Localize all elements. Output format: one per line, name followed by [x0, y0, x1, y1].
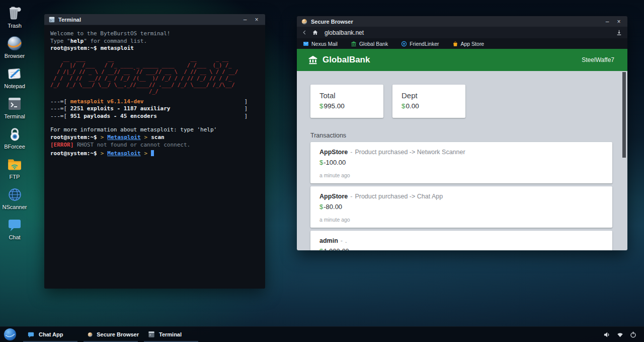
terminal-window-title: Terminal — [58, 17, 237, 23]
bookmark-nexus-mail[interactable]: Nexus Mail — [303, 41, 338, 47]
terminal-help-hint-line: Type "help" for command list. — [50, 38, 259, 45]
desktop-icon-notepad[interactable]: Notepad — [2, 64, 27, 95]
dept-card: Dept $0.00 — [392, 85, 465, 118]
total-label: Total — [319, 91, 374, 100]
desktop-icon-column: Trash Browser Notepad — [2, 4, 27, 246]
bookmark-global-bank[interactable]: Global Bank — [351, 41, 388, 47]
metasploit-stats-line-1: ---=[ 2251 exploits - 1187 auxiliary] — [50, 105, 248, 113]
bookmark-label: App Store — [461, 41, 485, 47]
home-button[interactable] — [312, 29, 318, 36]
desktop-icon-bforcee[interactable]: BForcee — [2, 125, 27, 155]
bookmark-app-store[interactable]: App Store — [452, 41, 485, 47]
terminal-titlebar[interactable]: Terminal – × — [44, 14, 265, 25]
browser-close-button[interactable]: × — [615, 19, 623, 25]
desktop-icon-label: NScanner — [3, 204, 27, 210]
terminal-cursor — [151, 150, 154, 156]
address-bar[interactable]: globalbank.net — [325, 29, 611, 36]
wifi-icon[interactable] — [616, 331, 624, 338]
terminal-app-icon — [7, 95, 23, 113]
transaction-amount: $-100.00 — [319, 159, 603, 166]
bookmark-label: FriendLinker — [410, 41, 439, 47]
desktop-icon-ftp[interactable]: FTP — [2, 155, 27, 185]
bank-name: GlobalBank — [323, 55, 577, 65]
terminal-app-icon — [148, 331, 155, 338]
terminal-titlebar-icon — [49, 17, 55, 23]
terminal-minimize-button[interactable]: – — [241, 17, 249, 23]
terminal-info-line: For more information about metasploit: t… — [50, 126, 259, 134]
desktop-icon-label: Notepad — [4, 83, 25, 89]
bookmark-label: Global Bank — [359, 41, 388, 47]
chat-bubble-icon — [7, 216, 23, 234]
total-amount: $995.00 — [319, 102, 374, 110]
transaction-row: AppStore-Product purchased -> Chat App $… — [310, 186, 612, 228]
power-icon[interactable] — [629, 331, 637, 338]
transactions-list: AppStore-Product purchased -> Network Sc… — [310, 142, 612, 250]
desktop-icon-trash[interactable]: Trash — [2, 4, 27, 34]
taskbar-item-label: Terminal — [159, 331, 182, 337]
desktop-icon-nscanner[interactable]: NScanner — [2, 185, 27, 216]
back-button[interactable] — [302, 30, 307, 35]
transaction-time: a minute ago — [319, 217, 603, 223]
desktop-icon-terminal[interactable]: Terminal — [2, 95, 27, 125]
desktop-icon-chat[interactable]: Chat — [2, 216, 27, 246]
metasploit-stats-line-2: ---=[ 951 payloads - 45 encoders] — [50, 113, 248, 120]
browser-titlebar[interactable]: Secure Browser – × — [297, 16, 627, 27]
browser-globe-icon — [6, 34, 23, 52]
page-scrollbar-thumb[interactable] — [622, 72, 626, 158]
network-globe-icon — [7, 185, 23, 203]
dept-label: Dept — [401, 91, 456, 100]
desktop-icon-label: Trash — [8, 23, 22, 29]
desktop-icon-label: Browser — [5, 53, 25, 59]
browser-minimize-button[interactable]: – — [603, 19, 611, 25]
bank-username: SteelWaffe7 — [582, 56, 614, 63]
volume-icon[interactable] — [603, 331, 611, 338]
terminal-scan-command-line: root@system:~$>Metasploit>scan — [50, 134, 259, 142]
terminal-active-prompt: root@system:~$>Metasploit> — [50, 150, 259, 158]
taskbar-item-chat-app[interactable]: Chat App — [22, 327, 78, 342]
taskbar-item-label: Chat App — [39, 331, 63, 337]
taskbar-item-label: Secure Browser — [97, 331, 139, 337]
bank-icon — [351, 41, 357, 47]
terminal-output[interactable]: Welcome to the ByteBurstOS terminal! Typ… — [44, 25, 265, 163]
system-tray — [603, 331, 644, 338]
start-button[interactable] — [4, 328, 17, 341]
transaction-row: AppStore-Product purchased -> Network Sc… — [310, 142, 612, 183]
taskbar-item-secure-browser[interactable]: Secure Browser — [83, 327, 139, 342]
notepad-icon — [7, 64, 23, 83]
terminal-close-button[interactable]: × — [253, 17, 261, 23]
metasploit-version-line: ---=[ metasploit v6.1.14-dev] — [50, 98, 248, 106]
bookmarks-bar: Nexus Mail Global Bank FriendLinker App … — [297, 38, 627, 49]
chat-bubble-icon — [27, 331, 35, 338]
browser-navbar: globalbank.net — [297, 27, 627, 38]
bank-logo-icon — [308, 55, 318, 65]
desktop-icon-label: FTP — [10, 174, 20, 180]
taskbar-item-terminal[interactable]: Terminal — [143, 327, 199, 342]
transaction-time: a minute ago — [319, 172, 603, 178]
transaction-amount: $1,000.00 — [319, 247, 603, 250]
dept-amount: $0.00 — [401, 102, 456, 110]
desktop-icon-label: BForcee — [4, 144, 25, 150]
browser-window-title: Secure Browser — [311, 19, 600, 25]
desktop-icon-browser[interactable]: Browser — [2, 34, 27, 64]
friendlinker-icon — [401, 41, 407, 47]
summary-cards: Total $995.00 Dept $0.00 — [310, 85, 612, 118]
shopping-bag-icon — [452, 41, 458, 47]
desktop-icon-label: Terminal — [4, 113, 25, 119]
browser-window: Secure Browser – × globalbank.net Nexus … — [297, 16, 627, 250]
bank-header: GlobalBank SteelWaffe7 — [297, 49, 627, 71]
terminal-window: Terminal – × Welcome to the ByteBurstOS … — [44, 14, 265, 289]
bookmark-friendlinker[interactable]: FriendLinker — [401, 41, 439, 47]
terminal-error-line: [ERROR] RHOST not found or cannot connec… — [50, 142, 259, 149]
browser-titlebar-icon — [301, 19, 307, 25]
transaction-amount: $-80.00 — [319, 203, 603, 211]
desktop-icon-label: Chat — [9, 234, 20, 240]
terminal-command-line: root@system:~$metasploit — [50, 45, 259, 52]
trash-icon — [7, 4, 23, 22]
ftp-folder-icon — [6, 155, 23, 173]
lock-icon — [7, 125, 23, 143]
terminal-welcome-line: Welcome to the ByteBurstOS terminal! — [50, 30, 259, 38]
bank-content: Total $995.00 Dept $0.00 Transactions Ap… — [297, 71, 627, 250]
mail-icon — [303, 41, 309, 47]
transaction-row: admin-. $1,000.00 a minute ago — [310, 231, 612, 250]
download-icon[interactable] — [616, 29, 622, 36]
